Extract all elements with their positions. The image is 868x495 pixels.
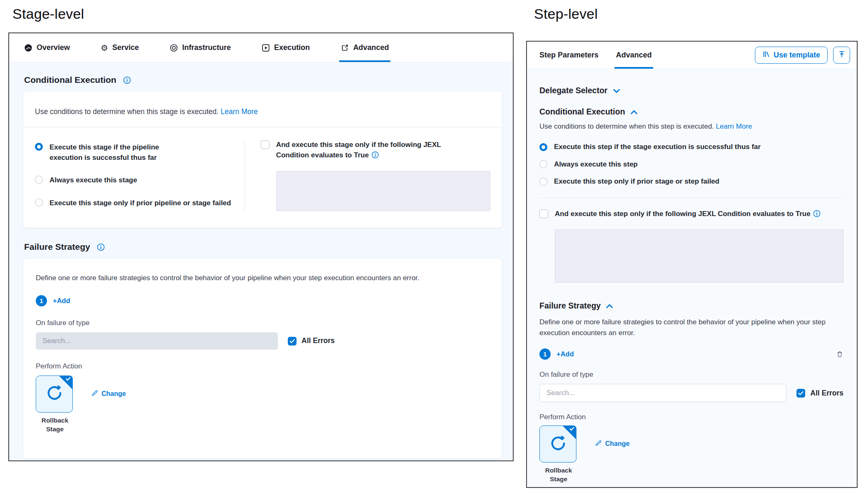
conditional-description: Use conditions to determine when this st… xyxy=(539,122,714,130)
all-errors-checkbox-row[interactable]: All Errors xyxy=(288,336,335,346)
radio-option-success[interactable]: Execute this stage if the pipeline execu… xyxy=(35,142,245,163)
info-icon[interactable] xyxy=(123,76,131,84)
jexl-condition-checkbox-row[interactable]: And execute this stage only if the follo… xyxy=(261,140,490,160)
learn-more-link[interactable]: Learn More xyxy=(716,122,752,130)
tab-infrastructure[interactable]: Infrastructure xyxy=(170,33,231,62)
change-action-link[interactable]: Change xyxy=(91,390,126,398)
stage-tabbar: Overview ⚙ Service Infrastructure Execut… xyxy=(9,33,513,62)
info-icon[interactable] xyxy=(97,243,105,251)
rollback-stage-caption: Rollback Stage xyxy=(36,416,74,434)
stage-level-title: Stage-level xyxy=(12,6,84,22)
on-failure-label: On failure of type xyxy=(539,371,843,379)
stage-advanced-content: Conditional Execution Use conditions to … xyxy=(9,62,513,460)
jexl-condition-input[interactable] xyxy=(555,229,843,283)
execution-icon xyxy=(262,44,270,52)
failure-strategy-card: Define one or more failure strategies to… xyxy=(23,259,502,458)
divider xyxy=(539,198,843,198)
change-label: Change xyxy=(605,440,630,448)
radio-option-failed[interactable]: Execute this step only if prior stage or… xyxy=(539,177,843,187)
info-icon[interactable] xyxy=(371,151,379,159)
use-template-label: Use template xyxy=(774,51,820,60)
tab-label: Step Parameters xyxy=(539,51,598,60)
conditional-execution-toggle[interactable]: Conditional Execution xyxy=(539,107,843,117)
delegate-selector-toggle[interactable]: Delegate Selector xyxy=(539,86,843,95)
tab-execution[interactable]: Execution xyxy=(262,33,310,62)
failure-type-search-input[interactable] xyxy=(36,332,278,350)
checkbox-checked-icon xyxy=(796,389,805,398)
tab-label: Execution xyxy=(274,43,310,52)
failure-description: Define one or more failure strategies to… xyxy=(36,273,490,284)
perform-action-label: Perform Action xyxy=(539,413,843,421)
radio-icon xyxy=(539,178,547,186)
conditional-description: Use conditions to determine when this st… xyxy=(35,107,219,116)
tab-label: Advanced xyxy=(353,43,389,52)
all-errors-label: All Errors xyxy=(302,336,335,346)
on-failure-label: On failure of type xyxy=(36,319,490,327)
failure-strategy-heading: Failure Strategy xyxy=(24,242,502,252)
check-icon xyxy=(66,377,71,381)
upload-icon xyxy=(838,50,846,60)
radio-option-always[interactable]: Always execute this stage xyxy=(35,175,245,186)
use-template-button[interactable]: Use template xyxy=(755,47,828,64)
tab-service[interactable]: ⚙ Service xyxy=(101,33,139,62)
rollback-stage-tile[interactable] xyxy=(539,425,576,463)
learn-more-link[interactable]: Learn More xyxy=(221,107,258,116)
radio-icon xyxy=(35,143,43,151)
all-errors-label: All Errors xyxy=(810,388,843,398)
change-label: Change xyxy=(101,390,126,398)
library-icon xyxy=(762,50,770,60)
conditional-execution-heading: Conditional Execution xyxy=(24,75,502,85)
conditional-execution-card: Use conditions to determine when this st… xyxy=(23,92,502,228)
strategy-count-badge[interactable]: 1 xyxy=(36,295,47,306)
radio-icon xyxy=(35,199,43,206)
condition-radio-group: Execute this step if the stage execution… xyxy=(539,142,843,187)
jexl-condition-checkbox-row[interactable]: And execute this step only if the follow… xyxy=(539,209,843,219)
failure-description: Define one or more failure strategies to… xyxy=(539,317,831,339)
heading-text: Delegate Selector xyxy=(539,86,608,95)
step-advanced-panel: Step Parameters Advanced Use template De… xyxy=(526,41,858,488)
checkbox-icon xyxy=(539,209,548,218)
tab-step-parameters[interactable]: Step Parameters xyxy=(539,42,598,69)
radio-icon xyxy=(539,160,547,168)
delete-strategy-icon[interactable] xyxy=(836,351,843,358)
add-strategy-button[interactable]: +Add xyxy=(53,297,70,305)
radio-option-always[interactable]: Always execute this step xyxy=(539,159,843,170)
step-tabbar: Step Parameters Advanced Use template xyxy=(527,42,857,69)
change-action-link[interactable]: Change xyxy=(595,440,630,448)
chevron-up-icon xyxy=(631,107,638,117)
tab-label: Advanced xyxy=(616,51,652,60)
infrastructure-icon xyxy=(170,44,178,52)
perform-action-label: Perform Action xyxy=(36,362,490,371)
add-strategy-button[interactable]: +Add xyxy=(556,350,574,358)
radio-icon xyxy=(539,143,547,151)
tab-advanced[interactable]: Advanced xyxy=(341,33,389,62)
rollback-stage-tile[interactable] xyxy=(36,376,73,413)
all-errors-checkbox-row[interactable]: All Errors xyxy=(796,388,843,398)
pencil-icon xyxy=(595,440,602,448)
tab-overview[interactable]: Overview xyxy=(24,33,70,62)
step-level-title: Step-level xyxy=(534,6,598,22)
tab-label: Overview xyxy=(37,43,70,52)
tab-advanced[interactable]: Advanced xyxy=(616,42,652,69)
advanced-icon xyxy=(341,44,349,52)
save-as-template-button[interactable] xyxy=(833,47,850,64)
rollback-stage-caption: Rollback Stage xyxy=(539,466,578,484)
failure-type-search-input[interactable] xyxy=(539,384,786,402)
heading-text: Conditional Execution xyxy=(24,75,116,85)
info-icon[interactable] xyxy=(813,210,821,217)
pencil-icon xyxy=(91,390,98,398)
jexl-label: And execute this stage only if the follo… xyxy=(276,141,441,159)
jexl-label: And execute this step only if the follow… xyxy=(555,210,811,218)
heading-text: Failure Strategy xyxy=(24,242,90,252)
jexl-condition-input[interactable] xyxy=(276,171,490,211)
check-icon xyxy=(569,427,574,431)
strategy-count-badge[interactable]: 1 xyxy=(539,348,551,360)
tab-label: Service xyxy=(112,43,139,52)
radio-option-success[interactable]: Execute this step if the stage execution… xyxy=(539,142,843,152)
radio-option-failed[interactable]: Execute this stage only if prior pipelin… xyxy=(35,198,245,209)
checkbox-checked-icon xyxy=(288,337,297,346)
stage-advanced-panel: Overview ⚙ Service Infrastructure Execut… xyxy=(8,32,514,461)
radio-icon xyxy=(35,176,43,184)
failure-strategy-toggle[interactable]: Failure Strategy xyxy=(539,301,843,311)
chevron-down-icon xyxy=(613,86,620,95)
